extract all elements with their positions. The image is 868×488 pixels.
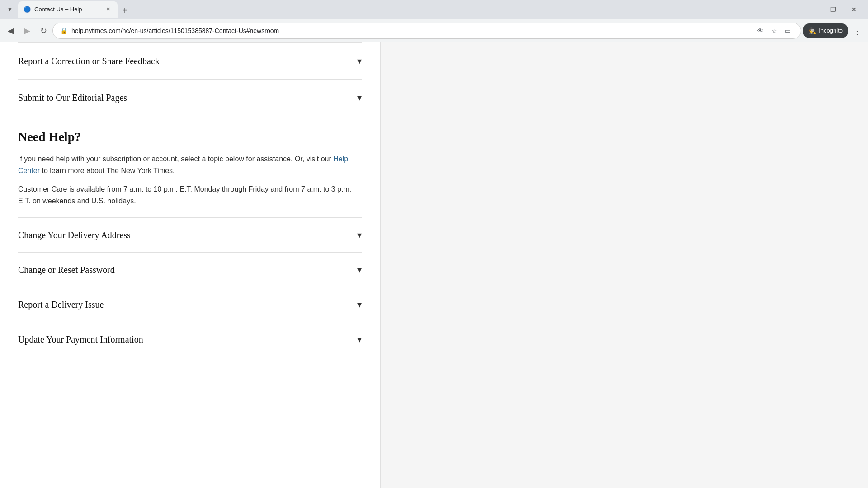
chevron-down-icon: ▾ — [357, 56, 362, 66]
active-tab[interactable]: 🔵 Contact Us – Help ✕ — [18, 1, 118, 18]
chevron-down-icon-2: ▾ — [357, 92, 362, 103]
need-help-text-after-link: to learn more about The New York Times. — [40, 167, 175, 174]
accordion-submit-editorial: Submit to Our Editorial Pages ▾ — [18, 79, 362, 116]
back-button[interactable]: ◀ — [4, 23, 18, 38]
chevron-down-icon-4: ▾ — [357, 264, 362, 275]
maximize-button[interactable]: ❐ — [823, 1, 844, 18]
accordion-report-correction: Report a Correction or Share Feedback ▾ — [18, 42, 362, 79]
accordion-report-delivery-header[interactable]: Report a Delivery Issue ▾ — [18, 287, 362, 322]
page-content: Report a Correction or Share Feedback ▾ … — [0, 42, 868, 488]
accordion-report-correction-header[interactable]: Report a Correction or Share Feedback ▾ — [18, 43, 362, 79]
eye-slash-icon[interactable]: 👁 — [755, 25, 766, 37]
browser-window: ▼ 🔵 Contact Us – Help ✕ + — ❐ ✕ ◀ ▶ ↻ — [0, 0, 868, 488]
browser-menu-button[interactable]: ⋮ — [850, 23, 864, 38]
incognito-label: Incognito — [819, 27, 843, 34]
accordion-update-payment-header[interactable]: Update Your Payment Information ▾ — [18, 322, 362, 357]
tab-favicon: 🔵 — [24, 6, 31, 13]
accordion-change-delivery: Change Your Delivery Address ▾ — [18, 217, 362, 252]
tab-title: Contact Us – Help — [34, 6, 100, 13]
need-help-paragraph2: Customer Care is available from 7 a.m. t… — [18, 183, 362, 206]
chevron-down-icon-3: ▾ — [357, 230, 362, 240]
forward-button[interactable]: ▶ — [20, 23, 34, 38]
chevron-down-icon-5: ▾ — [357, 299, 362, 310]
window-controls: — ❐ ✕ — [802, 1, 864, 18]
url-display: help.nytimes.com/hc/en-us/articles/11501… — [71, 27, 751, 34]
accordion-report-delivery-title: Report a Delivery Issue — [18, 300, 104, 310]
accordion-change-password: Change or Reset Password ▾ — [18, 252, 362, 287]
accordion-update-payment: Update Your Payment Information ▾ — [18, 322, 362, 357]
need-help-title: Need Help? — [18, 130, 362, 144]
need-help-paragraph1: If you need help with your subscription … — [18, 153, 362, 176]
tab-bar: 🔵 Contact Us – Help ✕ + — [18, 1, 802, 18]
minimize-button[interactable]: — — [802, 1, 823, 18]
tab-close-button[interactable]: ✕ — [104, 5, 112, 13]
close-button[interactable]: ✕ — [844, 1, 864, 18]
accordion-update-payment-title: Update Your Payment Information — [18, 334, 143, 345]
accordion-change-delivery-title: Change Your Delivery Address — [18, 230, 131, 240]
browser-toolbar: ◀ ▶ ↻ 🔒 help.nytimes.com/hc/en-us/articl… — [0, 19, 868, 42]
address-bar[interactable]: 🔒 help.nytimes.com/hc/en-us/articles/115… — [52, 23, 801, 39]
bookmark-icon[interactable]: ☆ — [768, 25, 780, 37]
accordion-report-correction-title: Report a Correction or Share Feedback — [18, 56, 160, 66]
accordion-submit-editorial-header[interactable]: Submit to Our Editorial Pages ▾ — [18, 80, 362, 116]
sidebar-divider — [380, 42, 381, 488]
need-help-section: Need Help? If you need help with your su… — [18, 116, 362, 217]
reload-button[interactable]: ↻ — [36, 23, 51, 38]
browser-sidebar-icon[interactable]: ▭ — [782, 25, 793, 37]
lock-icon: 🔒 — [60, 27, 68, 34]
new-tab-button[interactable]: + — [118, 4, 131, 17]
right-sidebar — [380, 42, 868, 488]
browser-titlebar: ▼ 🔵 Contact Us – Help ✕ + — ❐ ✕ — [0, 0, 868, 19]
need-help-text-before-link: If you need help with your subscription … — [18, 155, 333, 163]
main-content-area: Report a Correction or Share Feedback ▾ … — [0, 42, 380, 488]
incognito-badge[interactable]: 🕵 Incognito — [803, 23, 848, 38]
chevron-down-icon-6: ▾ — [357, 334, 362, 345]
accordion-change-password-title: Change or Reset Password — [18, 265, 115, 275]
accordion-change-delivery-header[interactable]: Change Your Delivery Address ▾ — [18, 218, 362, 252]
incognito-icon: 🕵 — [808, 27, 816, 34]
address-bar-actions: 👁 ☆ ▭ — [755, 25, 793, 37]
accordion-change-password-header[interactable]: Change or Reset Password ▾ — [18, 253, 362, 287]
accordion-report-delivery: Report a Delivery Issue ▾ — [18, 287, 362, 322]
tab-expand-button[interactable]: ▼ — [4, 3, 16, 16]
accordion-submit-editorial-title: Submit to Our Editorial Pages — [18, 93, 127, 103]
